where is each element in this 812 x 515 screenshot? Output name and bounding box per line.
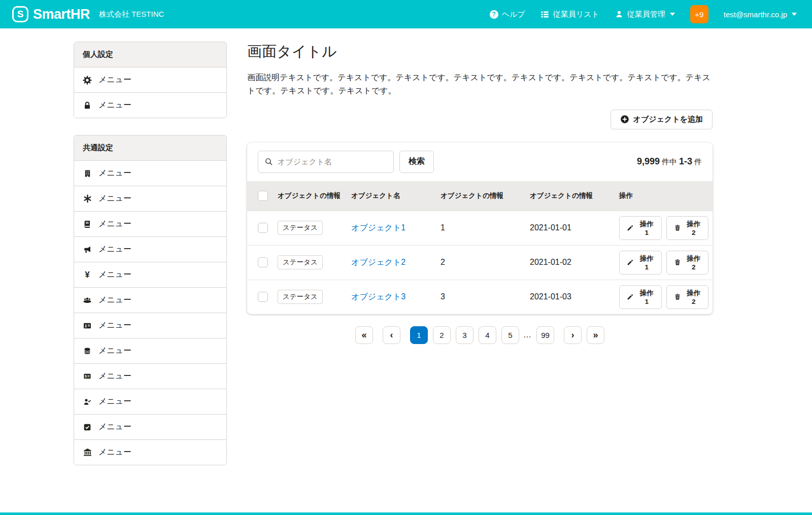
check-square-icon (83, 423, 92, 432)
sidebar-item-check-square[interactable]: メニュー (74, 414, 226, 439)
employee-admin-label: 従業員管理 (627, 10, 665, 19)
help-link[interactable]: ? ヘルプ (490, 10, 525, 19)
sidebar-item-label: メニュー (98, 168, 131, 179)
content-area: 個人設定 (0, 28, 812, 512)
page-description: 画面説明テキストです。テキストです。テキストです。テキストです。テキストです。テ… (247, 71, 713, 97)
next-page-button[interactable]: › (564, 326, 582, 344)
yen-icon: ¥ (83, 270, 92, 280)
chevron-down-icon (792, 13, 797, 16)
row-checkbox[interactable] (258, 223, 268, 233)
add-button-row: オブジェクトを追加 (247, 110, 713, 129)
id-card-icon (83, 321, 92, 330)
sidebar-item-id-card[interactable]: メニュー (74, 313, 226, 338)
sidebar-item-yen[interactable]: ¥ メニュー (74, 262, 226, 287)
row-checkbox[interactable] (258, 292, 268, 302)
column-header-status: オブジェクトの情報 (274, 181, 347, 211)
table-row: ステータス オブジェクト3 3 2021-01-03 操作1 (247, 280, 713, 314)
help-icon: ? (490, 10, 498, 19)
user-check-icon (83, 397, 92, 406)
page-button-99[interactable]: 99 (536, 326, 554, 344)
page-button-2[interactable]: 2 (433, 326, 451, 344)
sidebar-item-asterisk[interactable]: メニュー (74, 186, 226, 211)
status-badge: ステータス (278, 221, 323, 235)
page-button-1[interactable]: 1 (410, 326, 428, 344)
account-menu[interactable]: test@smarthr.co.jp (724, 10, 797, 19)
sidebar-item-database[interactable]: メニュー (74, 338, 226, 363)
trash-icon (673, 292, 682, 301)
row-actions: 操作1 操作2 (619, 285, 708, 309)
pagination-ellipsis: … (523, 330, 532, 339)
page-button-5[interactable]: 5 (501, 326, 519, 344)
account-email: test@smarthr.co.jp (724, 10, 787, 19)
sidebar-item-bullhorn[interactable]: メニュー (74, 236, 226, 262)
result-total: 9,999 (637, 156, 660, 167)
pagination: « ‹ 1 2 3 4 5 … 99 › » (247, 326, 713, 344)
search-box (258, 151, 394, 173)
delete-button[interactable]: 操作2 (666, 285, 709, 309)
sidebar-item-label: メニュー (98, 219, 131, 229)
sidebar-item-user-check[interactable]: メニュー (74, 389, 226, 414)
sidebar-item-bank[interactable]: メニュー (74, 439, 226, 465)
first-page-button[interactable]: « (355, 326, 373, 344)
sidebar-section-personal: 個人設定 (74, 42, 227, 118)
edit-button[interactable]: 操作1 (619, 216, 662, 240)
object-list-panel: 検索 9,999 件中 1-3 件 オブジェクトの情報 オブジェクト名 (247, 143, 713, 314)
notification-badge[interactable]: +9 (690, 5, 708, 23)
trash-icon (673, 258, 682, 267)
sidebar-item-label: メニュー (98, 295, 131, 305)
list-icon (540, 10, 550, 19)
company-name: 株式会社 TESTINC (99, 10, 164, 19)
svg-text:$: $ (85, 374, 87, 379)
object-link[interactable]: オブジェクト2 (351, 258, 405, 266)
sidebar-section-title: 個人設定 (74, 42, 226, 67)
prev-page-button[interactable]: ‹ (383, 326, 400, 344)
sidebar-item-building[interactable]: メニュー (74, 161, 226, 186)
sidebar-item-label: メニュー (98, 422, 131, 432)
column-header-date: オブジェクトの情報 (526, 181, 615, 211)
sidebar-item-label: メニュー (98, 100, 131, 111)
object-info: 2 (436, 245, 526, 280)
add-object-button[interactable]: オブジェクトを追加 (611, 110, 713, 129)
sidebar-item-gear[interactable]: メニュー (74, 67, 226, 92)
delete-button[interactable]: 操作2 (666, 251, 709, 274)
bank-icon (83, 448, 92, 457)
object-link[interactable]: オブジェクト1 (351, 223, 405, 232)
delete-button-label: 操作2 (686, 289, 702, 305)
column-header-actions: 操作 (615, 181, 713, 211)
object-table: オブジェクトの情報 オブジェクト名 オブジェクトの情報 オブジェクトの情報 操作… (247, 181, 713, 314)
header-nav: ? ヘルプ 従業員リスト 従業員管理 +9 test@smarthr.co.jp (490, 5, 797, 23)
sidebar-item-money-check[interactable]: $ メニュー (74, 363, 226, 389)
page-button-4[interactable]: 4 (479, 326, 496, 344)
edit-button-label: 操作1 (638, 289, 655, 305)
sidebar-item-book[interactable]: メニュー (74, 211, 226, 236)
gear-icon (83, 76, 92, 85)
object-link[interactable]: オブジェクト3 (351, 292, 405, 301)
sidebar-item-lock[interactable]: メニュー (74, 92, 226, 118)
table-header: オブジェクトの情報 オブジェクト名 オブジェクトの情報 オブジェクトの情報 操作 (247, 181, 713, 211)
sidebar-item-label: メニュー (98, 346, 131, 356)
sidebar-item-users[interactable]: メニュー (74, 287, 226, 313)
edit-button[interactable]: 操作1 (619, 251, 662, 274)
bullhorn-icon (83, 245, 92, 254)
select-all-checkbox[interactable] (258, 191, 268, 201)
smarthr-logo[interactable]: S SmartHR (12, 6, 90, 22)
chevron-down-icon (670, 13, 675, 16)
edit-button[interactable]: 操作1 (619, 285, 662, 309)
last-page-button[interactable]: » (587, 326, 604, 344)
delete-button-label: 操作2 (686, 254, 702, 271)
row-checkbox[interactable] (258, 257, 268, 267)
delete-button[interactable]: 操作2 (666, 216, 709, 240)
book-icon (83, 220, 92, 229)
lock-icon (83, 101, 92, 110)
employee-list-link[interactable]: 従業員リスト (540, 10, 599, 19)
pencil-icon (626, 258, 635, 267)
sidebar-section-common: 共通設定 メニュー メニュー メニ (74, 135, 227, 465)
search-button[interactable]: 検索 (399, 151, 434, 173)
search-input[interactable] (258, 151, 394, 173)
plus-circle-icon (620, 115, 629, 124)
page-button-3[interactable]: 3 (456, 326, 473, 344)
column-header-info: オブジェクトの情報 (436, 181, 526, 211)
object-info: 3 (436, 280, 526, 314)
sidebar-item-label: メニュー (98, 269, 131, 280)
employee-admin-menu[interactable]: 従業員管理 (615, 10, 675, 19)
